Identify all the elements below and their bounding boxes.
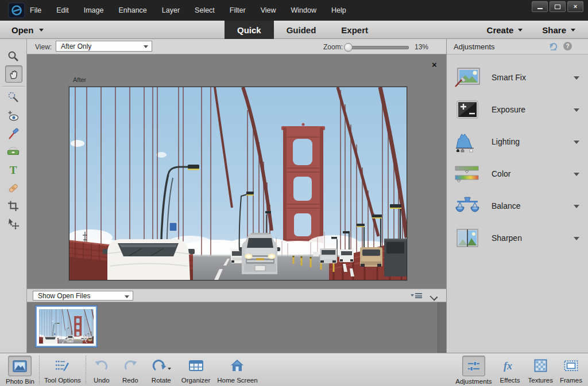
title-bar: File Edit Image Enhance Layer Select Fil… <box>0 0 588 21</box>
photo-canvas[interactable] <box>69 87 407 280</box>
taskbar-label: Effects <box>500 377 520 384</box>
menu-image[interactable]: Image <box>84 6 104 14</box>
red-eye-removal-tool[interactable] <box>5 108 21 124</box>
chevron-down-icon <box>518 29 523 34</box>
whitening-brush-icon <box>7 127 20 140</box>
exposure-icon <box>454 100 481 120</box>
adjustment-sharpen[interactable]: Sharpen <box>447 223 588 255</box>
chevron-down-icon[interactable] <box>574 108 579 115</box>
scroll-down-icon[interactable] <box>440 346 444 350</box>
taskbar-label: Rotate <box>152 377 171 384</box>
dropdown-arrow-icon <box>144 45 148 50</box>
menu-window[interactable]: Window <box>291 6 316 14</box>
quick-selection-tool[interactable] <box>5 89 21 106</box>
adjustment-label: Smart Fix <box>492 73 526 82</box>
menu-layer[interactable]: Layer <box>162 6 180 14</box>
tab-expert[interactable]: Expert <box>328 21 381 39</box>
create-button[interactable]: Create <box>487 25 523 35</box>
share-button[interactable]: Share <box>542 25 575 35</box>
scroll-up-icon[interactable] <box>440 305 444 309</box>
menu-enhance[interactable]: Enhance <box>118 6 146 14</box>
zoom-slider-knob[interactable] <box>344 43 353 52</box>
close-button[interactable]: × <box>567 1 583 12</box>
textures-icon <box>530 356 551 375</box>
help-icon[interactable]: ? <box>563 42 572 50</box>
taskbar-photo-bin[interactable]: Photo Bin <box>2 353 38 386</box>
maximize-button[interactable] <box>550 1 566 12</box>
menu-bar: File Edit Image Enhance Layer Select Fil… <box>30 0 346 21</box>
tab-quick[interactable]: Quick <box>225 21 274 39</box>
panel-menu-icon[interactable] <box>411 293 423 299</box>
adjustment-lighting[interactable]: Lighting <box>447 126 588 158</box>
chevron-down-icon <box>571 29 575 34</box>
show-open-files-dropdown[interactable]: Show Open Files <box>33 291 133 301</box>
menu-help[interactable]: Help <box>331 6 346 14</box>
zoom-slider[interactable] <box>345 46 409 49</box>
taskbar-frames[interactable]: Frames <box>556 353 586 386</box>
zoom-label: Zoom: <box>323 43 343 51</box>
rotate-dropdown-icon[interactable] <box>168 368 171 372</box>
menu-select[interactable]: Select <box>195 6 215 14</box>
move-tool[interactable] <box>5 216 21 232</box>
chevron-down-icon[interactable] <box>574 141 579 147</box>
adjustment-exposure[interactable]: Exposure <box>447 94 588 126</box>
menu-file[interactable]: File <box>30 6 41 14</box>
taskbar-organizer[interactable]: Organizer <box>178 353 214 386</box>
chevron-down-icon[interactable] <box>574 237 579 243</box>
show-open-files-value: Show Open Files <box>38 292 90 300</box>
photo-bin-header-bar: Show Open Files <box>27 288 446 302</box>
type-tool[interactable]: T <box>5 162 21 178</box>
spot-healing-brush-tool[interactable] <box>5 180 21 196</box>
tab-guided[interactable]: Guided <box>274 21 329 39</box>
close-icon: × <box>574 3 577 10</box>
open-button[interactable]: Open <box>11 21 44 39</box>
photo-bin-thumbnail[interactable] <box>36 306 97 347</box>
crop-tool[interactable] <box>5 198 21 214</box>
zoom-tool[interactable] <box>5 48 21 64</box>
taskbar-textures[interactable]: Textures <box>525 353 556 386</box>
taskbar-adjustments[interactable]: Adjustments <box>452 353 495 386</box>
reset-icon[interactable] <box>549 42 558 53</box>
taskbar-tool-options[interactable]: Tool Options <box>41 353 84 386</box>
photo-bin-scrollbar[interactable] <box>438 302 446 353</box>
collapse-chevron-icon[interactable] <box>430 293 438 301</box>
editor-canvas-area: × After <box>27 54 446 288</box>
straighten-tool[interactable] <box>5 143 21 159</box>
hand-tool[interactable] <box>5 65 22 83</box>
adjustments-icon <box>462 356 485 376</box>
menu-view[interactable]: View <box>261 6 276 14</box>
create-label: Create <box>487 25 514 35</box>
level-icon <box>6 145 20 158</box>
taskbar-redo[interactable]: Redo <box>116 353 145 386</box>
thumbnail-image <box>39 309 94 344</box>
adjustment-balance[interactable]: Balance <box>447 190 588 223</box>
app-logo-icon <box>8 2 25 18</box>
tool-strip: T <box>0 39 27 353</box>
taskbar-home-screen[interactable]: Home Screen <box>214 353 261 386</box>
color-icon <box>454 164 481 185</box>
maximize-icon <box>555 5 560 9</box>
whiten-teeth-tool[interactable] <box>5 126 21 142</box>
taskbar-undo[interactable]: Undo <box>87 353 116 386</box>
taskbar-effects[interactable]: fx Effects <box>496 353 525 386</box>
mode-tabs: Quick Guided Expert <box>225 21 381 39</box>
close-file-icon[interactable]: × <box>432 60 437 69</box>
view-mode-dropdown[interactable]: After Only <box>56 41 152 52</box>
adjustment-smart-fix[interactable]: Smart Fix <box>447 62 588 94</box>
chevron-down-icon[interactable] <box>574 173 579 179</box>
adjustment-color[interactable]: Color <box>447 158 588 190</box>
tool-separator <box>2 86 25 87</box>
chevron-down-icon[interactable] <box>574 205 579 211</box>
svg-text:fx: fx <box>504 360 512 371</box>
panel-menu-lines <box>415 293 422 299</box>
menu-filter[interactable]: Filter <box>230 6 246 14</box>
photoshop-elements-window: File Edit Image Enhance Layer Select Fil… <box>0 0 588 386</box>
chevron-down-icon <box>39 29 44 34</box>
adjustment-label: Exposure <box>492 105 525 114</box>
taskbar-rotate[interactable]: Rotate <box>145 353 178 386</box>
photo-bin <box>27 302 446 353</box>
chevron-down-icon[interactable] <box>574 76 579 83</box>
menu-edit[interactable]: Edit <box>56 6 69 14</box>
minimize-button[interactable] <box>532 1 548 12</box>
smart-fix-icon <box>454 68 481 88</box>
